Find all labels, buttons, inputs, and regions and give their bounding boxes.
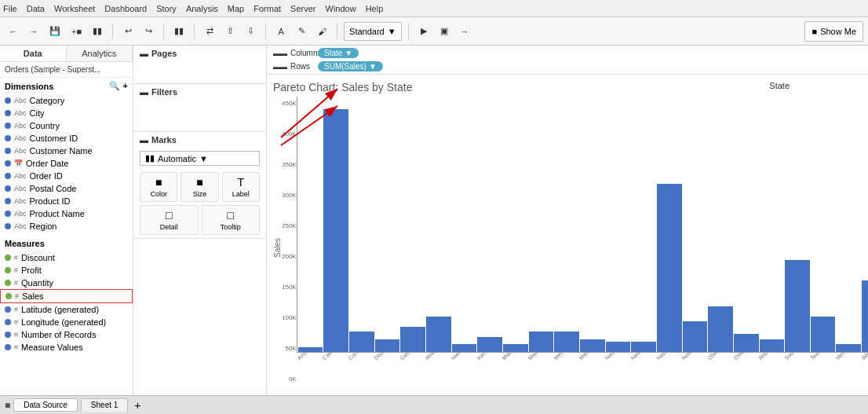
dim-type-icon: Abc — [14, 134, 27, 142]
measures-label: Measures — [5, 239, 45, 248]
dim-customer-id[interactable]: Abc Customer ID — [0, 132, 133, 145]
dim-type-icon: # — [14, 306, 18, 313]
dim-product-name[interactable]: Abc Product Name — [0, 207, 133, 220]
menu-window[interactable]: Window — [326, 4, 356, 13]
swap-button[interactable]: ⇄ — [201, 21, 218, 42]
bar-vermont[interactable] — [836, 344, 861, 352]
duplicate-button[interactable]: ▮▮ — [89, 21, 106, 42]
dot-icon — [5, 123, 11, 129]
filters-shelf[interactable] — [133, 100, 266, 131]
dim-product-id[interactable]: Abc Product ID — [0, 195, 133, 207]
menu-dashboard[interactable]: Dashboard — [104, 4, 147, 13]
forward-button[interactable]: → — [25, 21, 42, 42]
rows-pill-dropdown[interactable]: ▼ — [369, 62, 377, 71]
sort-desc-button[interactable]: ⇩ — [242, 21, 259, 42]
bar-illinois[interactable] — [426, 317, 451, 353]
color-button[interactable]: ■ Color — [140, 172, 177, 202]
bar-district-of-columbia[interactable] — [375, 339, 400, 352]
search-icon[interactable]: 🔍 — [109, 81, 120, 91]
rows-sales-pill[interactable]: SUM(Sales) ▼ — [318, 61, 383, 71]
redo-button[interactable]: ↪ — [140, 21, 157, 42]
dim-postal-code[interactable]: Abc Postal Code — [0, 182, 133, 195]
color-button[interactable]: ✎ — [293, 21, 310, 42]
bar-oregon[interactable] — [734, 334, 759, 352]
save-button[interactable]: 💾 — [46, 21, 64, 42]
label-button[interactable]: T Label — [222, 172, 260, 202]
datasource-label: Orders (Sample - Superst... — [0, 62, 133, 78]
bar-nebraska[interactable] — [606, 342, 631, 352]
marks-type-dropdown[interactable]: ▮▮ Automatic ▼ — [140, 151, 260, 166]
chart-type-button[interactable]: ▮▮ — [170, 21, 188, 42]
bar-maine[interactable] — [503, 344, 528, 352]
pages-shelf[interactable] — [133, 61, 266, 83]
dim-country[interactable]: Abc Country — [0, 119, 133, 132]
dim-city[interactable]: Abc City — [0, 107, 133, 119]
measure-discount[interactable]: # Discount — [0, 251, 133, 264]
menu-worksheet[interactable]: Worksheet — [54, 4, 95, 13]
measure-longitude[interactable]: # Longitude (generated) — [0, 316, 133, 328]
standard-label: Standard — [349, 27, 385, 36]
add-datasource-button[interactable]: +■ — [67, 21, 86, 42]
dim-region[interactable]: Abc Region — [0, 220, 133, 233]
back-button[interactable]: ← — [5, 21, 22, 42]
columns-pill-dropdown[interactable]: ▼ — [345, 49, 352, 57]
bar-texas[interactable] — [811, 317, 836, 353]
measure-latitude[interactable]: # Latitude (generated) — [0, 303, 133, 316]
device-button[interactable]: ▣ — [436, 21, 453, 42]
dim-category[interactable]: Abc Category — [0, 94, 133, 107]
bar-ohio[interactable] — [708, 306, 733, 353]
bar-rhode-island[interactable] — [760, 339, 785, 352]
menu-map[interactable]: Map — [228, 4, 244, 13]
measure-num-records[interactable]: # Number of Records — [0, 328, 133, 341]
tab-data-source[interactable]: Data Source — [13, 398, 78, 412]
menu-data[interactable]: Data — [27, 4, 45, 13]
dim-order-date[interactable]: 📅 Order Date — [0, 157, 133, 170]
bar-washington[interactable] — [862, 280, 868, 352]
tab-analytics[interactable]: Analytics — [67, 46, 133, 61]
format-button[interactable]: 🖌 — [313, 21, 330, 42]
bar-new-hampshire[interactable] — [631, 342, 656, 352]
bar-kentucky[interactable] — [477, 337, 502, 353]
size-button[interactable]: ■ Size — [181, 172, 218, 202]
measure-quantity[interactable]: # Quantity — [0, 277, 133, 289]
bar-new-mexico[interactable] — [657, 184, 682, 353]
dim-type-icon: Abc — [14, 109, 27, 117]
detail-button[interactable]: □ Detail — [140, 205, 199, 235]
highlight-button[interactable]: A — [272, 21, 290, 42]
tab-sheet1[interactable]: Sheet 1 — [81, 398, 128, 412]
standard-dropdown[interactable]: Standard ▼ — [344, 22, 402, 41]
measure-values[interactable]: # Measure Values — [0, 341, 133, 354]
bar-connecticut[interactable] — [349, 332, 374, 352]
menu-format[interactable]: Format — [253, 4, 281, 13]
dim-order-id[interactable]: Abc Order ID — [0, 170, 133, 182]
add-sheet-icon[interactable]: + — [134, 399, 140, 412]
share-button[interactable]: → — [456, 21, 473, 42]
bar-georgia[interactable] — [400, 327, 425, 353]
bar-massachusetts[interactable] — [529, 332, 554, 352]
bar-arizona[interactable] — [298, 347, 323, 353]
menu-server[interactable]: Server — [290, 4, 315, 13]
dim-customer-name[interactable]: Abc Customer Name — [0, 145, 133, 157]
bar-missouri[interactable] — [580, 339, 605, 352]
undo-button[interactable]: ↩ — [119, 21, 137, 42]
measure-profit[interactable]: # Profit — [0, 264, 133, 277]
bar-north-carolina[interactable] — [683, 321, 708, 352]
tooltip-button[interactable]: □ Tooltip — [202, 205, 261, 235]
filters-icon: ▬ — [140, 87, 148, 97]
menu-help[interactable]: Help — [366, 4, 384, 13]
dim-type-icon: # — [14, 266, 18, 274]
bar-california[interactable] — [323, 109, 348, 352]
add-icon[interactable]: + — [123, 81, 128, 91]
menu-analysis[interactable]: Analysis — [186, 4, 218, 13]
sort-asc-button[interactable]: ⇧ — [221, 21, 239, 42]
presentation-button[interactable]: ▶ — [415, 21, 432, 42]
measure-sales[interactable]: # Sales — [0, 289, 133, 303]
tab-data[interactable]: Data — [0, 46, 67, 61]
columns-state-pill[interactable]: State ▼ — [318, 48, 359, 58]
menu-story[interactable]: Story — [156, 4, 177, 13]
bar-south-dakota[interactable] — [785, 260, 810, 352]
bar-iowa[interactable] — [452, 344, 477, 352]
menu-file[interactable]: File — [3, 4, 17, 13]
show-me-button[interactable]: ■ Show Me — [804, 21, 863, 42]
bar-minnesota[interactable] — [554, 332, 579, 352]
